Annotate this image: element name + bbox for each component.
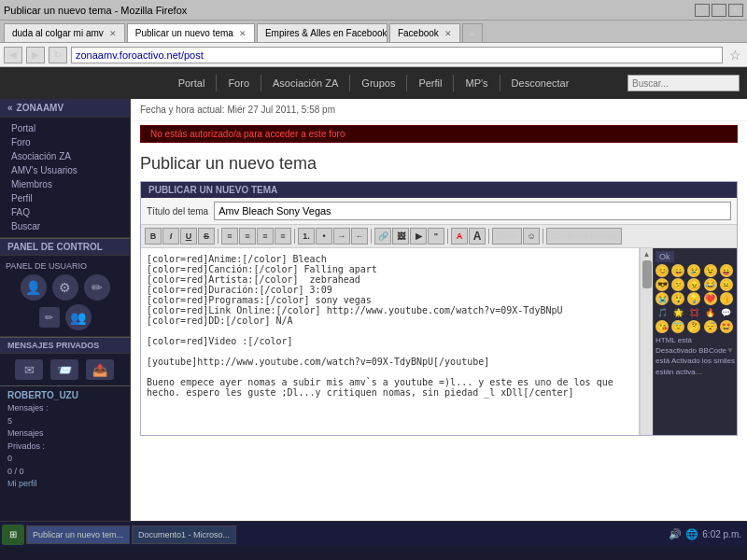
emoji-special-1[interactable]: 🎵 [655, 306, 669, 319]
emoji-more-2[interactable]: 😇 [671, 320, 684, 333]
indent-button[interactable]: → [333, 228, 350, 245]
taskbar-item-2[interactable]: Documento1 - Microso... [132, 525, 236, 544]
quote-button[interactable]: " [428, 228, 444, 245]
emoji-wink[interactable]: 😉 [704, 264, 717, 277]
emoji-ok-button[interactable]: Ok [655, 251, 674, 262]
font-color-a-button[interactable]: A [451, 228, 468, 245]
sidebar-item-buscar[interactable]: Buscar [0, 219, 130, 233]
list-ul-button[interactable]: • [316, 228, 332, 245]
emoji-grin[interactable]: 😄 [671, 264, 684, 277]
sidebar-item-foro[interactable]: Foro [0, 135, 130, 149]
emoji-special-3[interactable]: 💢 [687, 306, 700, 319]
emoji-neutral[interactable]: 😐 [720, 278, 733, 291]
tab-3[interactable]: Empires & Alles en Facebook ✕ [257, 23, 388, 42]
sidebar-item-miembros[interactable]: Miembros [0, 177, 130, 191]
otros-button[interactable]: Otros [492, 228, 522, 245]
emoji-smile[interactable]: 😊 [655, 264, 669, 277]
editor-textarea[interactable]: [color=red]Anime:[/color] Bleach [color=… [141, 248, 640, 435]
title-input[interactable] [214, 202, 731, 220]
sidebar-item-asociacion[interactable]: Asociación ZA [0, 149, 130, 163]
emoji-cry[interactable]: 😭 [655, 292, 669, 305]
strikethrough-button[interactable]: S [198, 228, 215, 245]
start-button[interactable]: ⊞ [2, 525, 24, 545]
search-input[interactable] [627, 75, 740, 91]
emoji-special-2[interactable]: 🌟 [671, 306, 684, 319]
pencil-icon[interactable]: ✏ [39, 307, 60, 328]
emoji-heart[interactable]: ❤️ [704, 292, 717, 305]
emoji-tongue[interactable]: 😛 [720, 264, 733, 277]
edit-icon[interactable]: ✏ [84, 274, 110, 301]
sidebar-item-amvs[interactable]: AMV's Usuarios [0, 163, 130, 177]
msg-icon-3[interactable]: 📤 [86, 359, 114, 380]
tab-1[interactable]: duda al colgar mi amv ✕ [4, 23, 125, 42]
sidebar-item-perfil[interactable]: Perfil [0, 191, 130, 205]
title-bar: Publicar un nuevo tema - Mozilla Firefox… [0, 0, 747, 21]
maximize-button[interactable]: □ [712, 4, 726, 17]
align-left-button[interactable]: ≡ [221, 228, 238, 245]
nav-mps[interactable]: MP's [454, 75, 500, 91]
nav-portal[interactable]: Portal [167, 75, 218, 91]
align-right-button[interactable]: ≡ [257, 228, 274, 245]
underline-button[interactable]: U [180, 228, 197, 245]
msg-icon-2[interactable]: 📨 [50, 359, 78, 380]
minimize-button[interactable]: _ [695, 4, 710, 17]
emoji-special-4[interactable]: 🔥 [704, 306, 717, 319]
emoji-angry[interactable]: 😠 [687, 278, 700, 291]
bold-button[interactable]: B [145, 228, 162, 245]
back-button[interactable]: ◀ [4, 47, 22, 63]
emoji-more-5[interactable]: 🤩 [720, 320, 733, 333]
tab-4-close[interactable]: ✕ [444, 29, 452, 38]
users-icon[interactable]: 👥 [65, 304, 92, 330]
font-size-a-button[interactable]: A [469, 228, 486, 245]
nav-grupos[interactable]: Grupos [350, 75, 407, 91]
url-input[interactable] [71, 47, 723, 63]
emoji-sad[interactable]: 😢 [687, 264, 700, 277]
close-button[interactable]: ✕ [728, 4, 743, 17]
editor-scrollbar[interactable]: ▲ ▼ [640, 248, 653, 435]
tab-2[interactable]: Publicar un nuevo tema ✕ [127, 23, 255, 42]
sidebar-item-faq[interactable]: FAQ [0, 205, 130, 219]
msg-icon-1[interactable]: ✉ [15, 359, 43, 380]
cerrar-balizas-button[interactable]: Cerrar las Balizas [546, 228, 622, 245]
outdent-button[interactable]: ← [351, 228, 368, 245]
title-bar-buttons: _ □ ✕ [695, 4, 743, 17]
sidebar-item-portal[interactable]: Portal [0, 121, 130, 135]
nav-desconectar[interactable]: Desconectar [500, 75, 581, 91]
mi-perfil-link[interactable]: Mi perfil [7, 479, 37, 488]
emoji-more-1[interactable]: 😘 [655, 320, 669, 333]
scroll-thumb[interactable] [642, 260, 652, 288]
tab-2-close[interactable]: ✕ [239, 29, 247, 38]
nav-perfil[interactable]: Perfil [407, 75, 454, 91]
link-button[interactable]: 🔗 [374, 228, 391, 245]
image-button[interactable]: 🖼 [392, 228, 409, 245]
align-justify-button[interactable]: ≡ [275, 228, 291, 245]
emoji-special-5[interactable]: 💬 [720, 306, 733, 319]
emoji-laugh[interactable]: 😂 [704, 278, 717, 291]
taskbar-item-1[interactable]: Publicar un nuevo tem... [26, 525, 130, 544]
nav-asociacion[interactable]: Asociación ZA [261, 75, 350, 91]
reload-button[interactable]: ↻ [49, 47, 67, 63]
emoji-idea[interactable]: 💡 [687, 292, 700, 305]
emoji-more-3[interactable]: 🤔 [687, 320, 700, 333]
nav-foro[interactable]: Foro [217, 75, 261, 91]
emoji-more-4[interactable]: 😴 [704, 320, 717, 333]
tab-4[interactable]: Facebook ✕ [389, 23, 460, 42]
forward-button[interactable]: ▶ [26, 47, 45, 63]
tab-1-close[interactable]: ✕ [109, 29, 117, 38]
bookmark-icon[interactable]: ☆ [726, 47, 743, 63]
emoji-cool[interactable]: 😎 [655, 278, 669, 291]
smiley-button[interactable]: ☺ [523, 228, 540, 245]
sidebar-collapse-icon[interactable]: « [7, 103, 13, 113]
sidebar: « ZONAAMV Portal Foro Asociación ZA AMV'… [0, 99, 131, 521]
top-nav-wrapper: Portal Foro Asociación ZA Grupos Perfil … [0, 67, 747, 99]
align-center-button[interactable]: ≡ [239, 228, 256, 245]
list-ol-button[interactable]: 1. [298, 228, 315, 245]
emoji-confused[interactable]: 😕 [671, 278, 684, 291]
emoji-thumbs[interactable]: 👍 [720, 292, 733, 305]
italic-button[interactable]: I [162, 228, 179, 245]
video-button[interactable]: ▶ [410, 228, 427, 245]
settings-icon[interactable]: ⚙ [52, 274, 78, 301]
new-tab-button[interactable]: + [462, 23, 483, 42]
emoji-shock[interactable]: 😲 [671, 292, 684, 305]
sidebar-panel: PANEL DE USUARIO 👤 ⚙ ✏ ✏ 👥 [0, 256, 130, 337]
